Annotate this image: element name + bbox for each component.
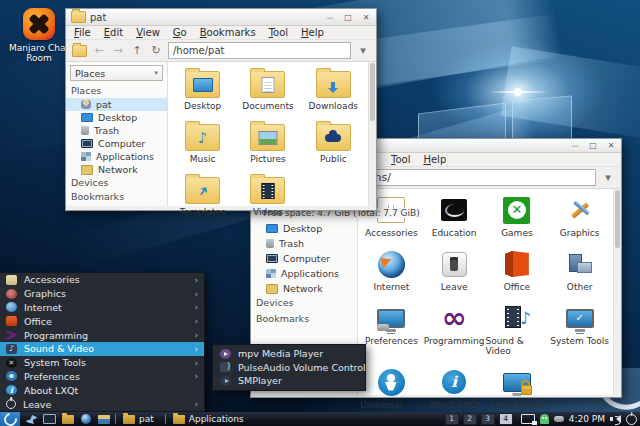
- sidebar-header-devices[interactable]: Devices: [66, 176, 167, 190]
- close-icon[interactable]: [606, 141, 616, 150]
- minimize-icon[interactable]: [325, 13, 335, 22]
- app-leave[interactable]: Leave: [423, 249, 486, 292]
- window-pat[interactable]: pat File Edit View Go Bookmarks Tool Hel…: [65, 8, 377, 211]
- path-dropdown-icon[interactable]: ▾: [356, 45, 370, 56]
- file-downloads[interactable]: Downloads: [301, 71, 366, 111]
- window1-titlebar[interactable]: pat: [66, 9, 376, 26]
- path-dropdown-icon[interactable]: ▾: [601, 172, 615, 183]
- file-documents[interactable]: Documents: [235, 71, 300, 111]
- workspace-3[interactable]: 3: [481, 413, 495, 425]
- desktop-icon-manjaro-chat[interactable]: Manjaro Chat Room: [8, 8, 70, 64]
- path-input[interactable]: [168, 42, 351, 59]
- quicklaunch-documents[interactable]: [97, 414, 110, 425]
- sidebar-header-bookmarks[interactable]: Bookmarks: [251, 312, 357, 328]
- sidebar-item-network[interactable]: Network: [66, 163, 167, 176]
- sidebar-item-network[interactable]: Network: [251, 281, 357, 296]
- menu-item-graphics[interactable]: Graphics›: [0, 287, 204, 301]
- app-programming[interactable]: ∞Programming: [423, 303, 486, 356]
- quicklaunch-filemanager[interactable]: [61, 414, 74, 425]
- up-icon[interactable]: ↑: [130, 45, 144, 56]
- submenu-item-smplayer[interactable]: SMPlayer: [213, 374, 365, 388]
- menu-go[interactable]: Go: [173, 27, 187, 38]
- start-menu: Accessories› Graphics› Internet› Office›…: [0, 272, 205, 412]
- submenu-item-mpv[interactable]: mpv Media Player: [213, 347, 365, 361]
- menu-tool[interactable]: Tool: [391, 154, 410, 165]
- folder-icon: [173, 415, 185, 424]
- app-other[interactable]: Other: [548, 249, 611, 292]
- menu-item-accessories[interactable]: Accessories›: [0, 273, 204, 287]
- workspace-1[interactable]: 1: [445, 413, 459, 425]
- updater-ghost-icon[interactable]: [540, 414, 549, 424]
- task-applications[interactable]: Applications: [171, 412, 250, 426]
- minimize-icon[interactable]: [570, 141, 580, 150]
- sidebar-item-applications[interactable]: Applications: [251, 266, 357, 281]
- menu-item-internet[interactable]: Internet›: [0, 301, 204, 315]
- menu-item-preferences[interactable]: Preferences›: [0, 370, 204, 384]
- file-templates[interactable]: Templates: [170, 177, 235, 217]
- clock[interactable]: 4:20 PM: [569, 414, 605, 424]
- window1-scrollbar[interactable]: [368, 62, 376, 206]
- sidebar-item-desktop[interactable]: Desktop: [66, 111, 167, 124]
- app-education[interactable]: Education: [423, 195, 486, 238]
- app-internet[interactable]: Internet: [360, 249, 423, 292]
- app-games[interactable]: Games: [486, 195, 549, 238]
- menu-bookmarks[interactable]: Bookmarks: [200, 27, 256, 38]
- menu-item-system-tools[interactable]: System Tools›: [0, 356, 204, 370]
- menu-tool[interactable]: Tool: [269, 27, 288, 38]
- menu-item-programming[interactable]: Programming›: [0, 328, 204, 342]
- start-button[interactable]: [0, 412, 20, 426]
- sidebar-header-bookmarks[interactable]: Bookmarks: [66, 190, 167, 204]
- folder-music-icon: [185, 124, 220, 151]
- menu-edit[interactable]: Edit: [104, 27, 123, 38]
- sound-video-icon: [503, 304, 531, 332]
- window2-scrollbar[interactable]: [613, 189, 621, 395]
- maximize-icon[interactable]: [588, 141, 598, 150]
- sidebar-item-desktop[interactable]: Desktop: [251, 221, 357, 236]
- submenu-item-pulseaudio[interactable]: PulseAudio Volume Control: [213, 361, 365, 375]
- back-icon[interactable]: ←: [92, 45, 106, 56]
- sidebar-item-trash[interactable]: Trash: [66, 124, 167, 137]
- menu-item-sound-video[interactable]: Sound & Video›: [0, 342, 204, 356]
- file-public[interactable]: Public: [301, 124, 366, 164]
- maximize-icon[interactable]: [343, 13, 353, 22]
- forward-icon[interactable]: →: [111, 45, 125, 56]
- menu-item-leave[interactable]: Leave›: [0, 397, 204, 411]
- sidebar-item-computer[interactable]: Computer: [251, 251, 357, 266]
- quicklaunch-desktop[interactable]: [43, 414, 56, 425]
- file-desktop[interactable]: Desktop: [170, 71, 235, 111]
- sidebar-header-places[interactable]: Places: [66, 84, 167, 98]
- file-music[interactable]: Music: [170, 124, 235, 164]
- menu-item-office[interactable]: Office›: [0, 314, 204, 328]
- sidebar-item-pat[interactable]: pat: [66, 98, 167, 111]
- task-pat[interactable]: pat: [121, 412, 160, 426]
- new-tab-icon[interactable]: [72, 45, 87, 57]
- power-icon[interactable]: [626, 414, 637, 425]
- app-sound-video[interactable]: Sound & Video: [486, 303, 549, 356]
- sidebar-mode-combo[interactable]: Places▾: [70, 65, 163, 81]
- folder-videos-icon: [250, 177, 285, 204]
- network-tray-icon[interactable]: [521, 414, 535, 424]
- sidebar-header-devices[interactable]: Devices: [251, 296, 357, 312]
- workspace-2[interactable]: 2: [463, 413, 477, 425]
- app-office[interactable]: Office: [486, 249, 549, 292]
- sidebar-item-trash[interactable]: Trash: [251, 236, 357, 251]
- menu-file[interactable]: File: [74, 27, 91, 38]
- menu-item-about-lxqt[interactable]: About LXQt: [0, 383, 204, 397]
- app-system-tools[interactable]: ✓System Tools: [548, 303, 611, 356]
- file-pictures[interactable]: Pictures: [235, 124, 300, 164]
- quicklaunch-browser[interactable]: [79, 414, 92, 425]
- menu-help[interactable]: Help: [423, 154, 446, 165]
- menu-help[interactable]: Help: [301, 27, 324, 38]
- mouse-tray-icon[interactable]: [554, 416, 564, 422]
- app-graphics[interactable]: Graphics: [548, 195, 611, 238]
- quicklaunch-bird[interactable]: [25, 414, 38, 425]
- sidebar-item-applications[interactable]: Applications: [66, 150, 167, 163]
- sidebar-item-computer[interactable]: Computer: [66, 137, 167, 150]
- file-videos[interactable]: Videos: [235, 177, 300, 217]
- refresh-icon[interactable]: ↻: [149, 45, 163, 56]
- app-preferences[interactable]: Preferences: [360, 303, 423, 356]
- menu-view[interactable]: View: [136, 27, 160, 38]
- close-icon[interactable]: [361, 13, 371, 22]
- volume-icon[interactable]: [610, 415, 621, 424]
- workspace-4[interactable]: 4: [499, 413, 513, 425]
